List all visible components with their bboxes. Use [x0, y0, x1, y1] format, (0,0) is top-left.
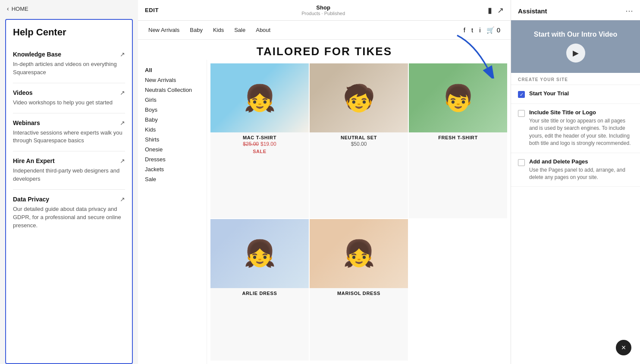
instagram-icon[interactable]: i [479, 26, 480, 34]
category-item-dresses[interactable]: Dresses [145, 154, 200, 164]
mobile-preview-button[interactable]: ▮ [488, 6, 492, 15]
category-sidebar: AllNew ArrivalsNeutrals CollectionGirlsB… [138, 60, 207, 364]
external-link-icon-data-privacy: ↗ [120, 196, 125, 203]
video-title: Start with Our Intro Video [534, 31, 618, 38]
product-image-marisol-dress: 👧 [310, 219, 408, 288]
category-item-all[interactable]: All [145, 65, 200, 75]
cart-icon[interactable]: 🛒 0 [486, 26, 500, 34]
help-item-title-videos: Videos [13, 89, 33, 96]
product-silhouette-mac-tshirt: 👧 [210, 63, 309, 132]
help-items-list: Knowledge Base ↗ In-depth articles and v… [13, 45, 125, 235]
category-item-onesie[interactable]: Onesie [145, 144, 200, 154]
nav-about[interactable]: About [256, 27, 270, 33]
back-nav[interactable]: ‹ HOME [0, 0, 138, 17]
checklist-desc-add-delete-pages: Use the Pages panel to add, arrange, and… [529, 166, 633, 182]
help-center-box: Help Center Knowledge Base ↗ In-depth ar… [5, 19, 133, 364]
checklist-title-site-title-logo: Include Site Title or Logo [529, 109, 633, 116]
shop-info: Shop Products · Published [301, 4, 345, 16]
shop-nav-right: f t i 🛒 0 [464, 26, 500, 34]
main-content: EDIT Shop Products · Published ▮ ↗ New A… [138, 0, 511, 364]
checklist-text-start-trial: Start Your Trial [529, 90, 569, 98]
assistant-title: Assistant [518, 7, 547, 15]
category-item-girls[interactable]: Girls [145, 95, 200, 105]
product-card-neutral-set[interactable]: 🧒 NEUTRAL SET $50.00 [310, 63, 408, 218]
product-name-mac-tshirt: MAC T-SHIRT [241, 132, 278, 141]
help-item-knowledge-base[interactable]: Knowledge Base ↗ In-depth articles and v… [13, 45, 125, 83]
help-item-desc-webinars: Interactive sessions where experts walk … [13, 129, 125, 145]
checkbox-site-title-logo[interactable] [518, 110, 525, 117]
play-button[interactable]: ▶ [566, 44, 585, 63]
product-image-fresh-tshirt: 👦 [409, 63, 507, 132]
product-name-marisol-dress: MARISOL DRESS [336, 288, 382, 297]
checklist-title-start-trial: Start Your Trial [529, 90, 569, 97]
fullscreen-button[interactable]: ↗ [497, 6, 504, 15]
category-item-kids[interactable]: Kids [145, 125, 200, 135]
product-name-neutral-set: NEUTRAL SET [339, 132, 379, 141]
external-link-icon-hire-expert: ↗ [120, 157, 125, 164]
close-button[interactable]: × [616, 340, 631, 355]
sale-badge-mac-tshirt: SALE [253, 149, 267, 154]
product-image-neutral-set: 🧒 [310, 63, 408, 132]
checklist-item-add-delete-pages[interactable]: Add and Delete Pages Use the Pages panel… [511, 153, 640, 187]
checklist-text-site-title-logo: Include Site Title or Logo Your site tit… [529, 109, 633, 147]
shop-nav: New Arrivals Baby Kids Sale About f t i … [138, 21, 511, 40]
checklist-item-start-trial[interactable]: ✓ Start Your Trial [511, 85, 640, 104]
product-silhouette-marisol-dress: 👧 [310, 219, 408, 288]
help-item-webinars[interactable]: Webinars ↗ Interactive sessions where ex… [13, 113, 125, 152]
checklist-item-site-title-logo[interactable]: Include Site Title or Logo Your site tit… [511, 104, 640, 153]
product-price-mac-tshirt: $25.00$19.00 [243, 141, 276, 147]
category-list: AllNew ArrivalsNeutrals CollectionGirlsB… [145, 65, 200, 184]
product-name-fresh-tshirt: FRESH T-SHIRT [436, 132, 480, 141]
help-item-videos[interactable]: Videos ↗ Video workshops to help you get… [13, 83, 125, 113]
shop-meta: Products · Published [301, 11, 345, 16]
category-item-shirts[interactable]: Shirts [145, 135, 200, 144]
help-item-desc-knowledge-base: In-depth articles and videos on everythi… [13, 60, 125, 77]
category-item-neutrals-collection[interactable]: Neutrals Collection [145, 85, 200, 95]
product-price-neutral-set: $50.00 [351, 141, 367, 147]
category-item-boys[interactable]: Boys [145, 105, 200, 115]
checkbox-add-delete-pages[interactable] [518, 159, 525, 166]
category-item-sale[interactable]: Sale [145, 174, 200, 184]
checklist-desc-site-title-logo: Your site title or logo appears on all p… [529, 117, 633, 147]
checklist-container: ✓ Start Your Trial Include Site Title or… [511, 85, 640, 187]
twitter-icon[interactable]: t [471, 26, 473, 34]
product-image-mac-tshirt: 👧 [210, 63, 309, 132]
category-item-new-arrivals[interactable]: New Arrivals [145, 75, 200, 85]
more-options-icon[interactable]: ⋯ [625, 6, 633, 16]
checklist-title-add-delete-pages: Add and Delete Pages [529, 158, 633, 165]
hero-title: TAILORED FOR TIKES [138, 40, 511, 60]
create-site-label: CREATE YOUR SITE [511, 73, 640, 85]
edit-bar: EDIT Shop Products · Published ▮ ↗ [138, 0, 511, 21]
help-item-desc-data-privacy: Our detailed guide about data privacy an… [13, 205, 125, 230]
nav-new-arrivals[interactable]: New Arrivals [148, 27, 179, 33]
nav-baby[interactable]: Baby [190, 27, 203, 33]
external-link-icon-webinars: ↗ [120, 119, 125, 126]
help-center-panel: ‹ HOME Help Center Knowledge Base ↗ In-d… [0, 0, 138, 364]
nav-kids[interactable]: Kids [213, 27, 224, 33]
product-silhouette-arlie-dress: 👧 [210, 219, 309, 288]
product-name-arlie-dress: ARLIE DRESS [240, 288, 279, 297]
product-card-marisol-dress[interactable]: 👧 MARISOL DRESS [310, 219, 408, 361]
product-area: AllNew ArrivalsNeutrals CollectionGirlsB… [138, 60, 511, 364]
help-item-desc-hire-expert: Independent third-party web designers an… [13, 167, 125, 183]
help-item-title-data-privacy: Data Privacy [13, 196, 49, 203]
assistant-header: Assistant ⋯ [511, 0, 640, 20]
product-card-arlie-dress[interactable]: 👧 ARLIE DRESS [210, 219, 309, 361]
help-item-title-hire-expert: Hire An Expert [13, 157, 55, 164]
help-item-hire-expert[interactable]: Hire An Expert ↗ Independent third-party… [13, 151, 125, 190]
chevron-left-icon: ‹ [7, 5, 9, 12]
help-item-title-knowledge-base: Knowledge Base [13, 51, 61, 58]
help-center-title: Help Center [13, 27, 125, 38]
edit-label: EDIT [145, 7, 159, 13]
product-card-fresh-tshirt[interactable]: 👦 FRESH T-SHIRT [409, 63, 507, 218]
product-card-mac-tshirt[interactable]: 👧 MAC T-SHIRT $25.00$19.00 SALE [210, 63, 309, 218]
external-link-icon-videos: ↗ [120, 89, 125, 96]
checkbox-start-trial[interactable]: ✓ [518, 91, 525, 98]
facebook-icon[interactable]: f [464, 26, 465, 34]
help-item-data-privacy[interactable]: Data Privacy ↗ Our detailed guide about … [13, 190, 125, 236]
nav-sale[interactable]: Sale [234, 27, 245, 33]
right-area: EDIT Shop Products · Published ▮ ↗ New A… [138, 0, 640, 364]
external-link-icon-knowledge-base: ↗ [120, 51, 125, 58]
category-item-baby[interactable]: Baby [145, 115, 200, 125]
category-item-jackets[interactable]: Jackets [145, 164, 200, 174]
